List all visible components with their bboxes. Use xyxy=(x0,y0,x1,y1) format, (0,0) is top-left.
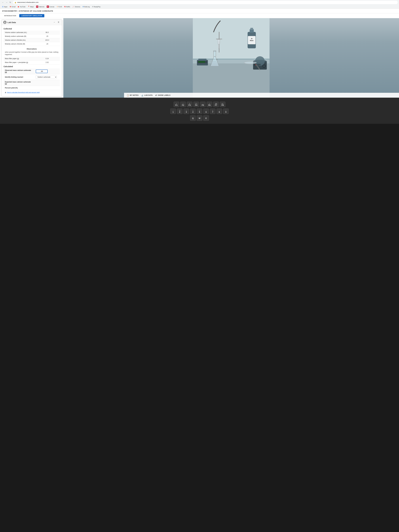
bookmark-youtube[interactable]: ▶ YouTube xyxy=(17,5,26,8)
refresh-button[interactable]: ↻ xyxy=(9,1,12,4)
bookmark-desmos-label: Desmos xyxy=(75,6,80,7)
bookmark-apps[interactable]: ⊞ Apps xyxy=(1,5,8,8)
row-label: Mass filter paper (g) xyxy=(4,57,34,61)
row-label: Volume calcium chloride (mL) xyxy=(4,38,34,42)
minimize-button[interactable]: − xyxy=(53,21,56,24)
tab-laboratory-simulation[interactable]: LABORATORY SIMULATION xyxy=(19,14,44,17)
valencia-icon: V xyxy=(36,6,38,8)
table-row: Molarity calcium chloride (M) .20 xyxy=(4,42,60,46)
readypay-icon: ⊙ xyxy=(92,6,93,7)
key-1[interactable]: ! 1 xyxy=(170,108,176,114)
bookmark-flvs[interactable]: ⊙ FLVS xyxy=(56,6,63,8)
key-e[interactable]: E xyxy=(203,115,209,121)
svg-point-1 xyxy=(4,22,6,23)
bookmarks-bar: ⊞ Apps M Gmail ▶ YouTube 📍 Maps V Valenc… xyxy=(0,5,399,9)
key-2[interactable]: @ 2 xyxy=(177,108,183,114)
observed-mass-input[interactable] xyxy=(36,70,48,73)
help-link[interactable]: ◆ How to calculate theoretical yield and… xyxy=(4,90,60,95)
table-row: Percent yield (%) xyxy=(4,86,60,90)
svg-text:Water: Water xyxy=(250,40,253,41)
key-9[interactable]: ( 9 xyxy=(223,108,229,114)
panel-header: Lab Data − X xyxy=(1,20,62,25)
calculated-section-label: Calculated xyxy=(4,65,60,68)
collected-table: Volume sodium carbonate (mL) 96.0 Molari… xyxy=(4,31,60,46)
help-link-icon: ◆ xyxy=(5,91,6,93)
key-f8[interactable]: ▶|| F8 xyxy=(220,101,226,108)
panel-header-left: Lab Data xyxy=(3,21,16,24)
lab-data-label: LAB DATA xyxy=(144,94,153,96)
observations-header: Observations xyxy=(4,47,60,51)
bookmark-canvas[interactable]: V Canvas xyxy=(46,5,55,8)
expected-mass-value xyxy=(34,80,60,86)
limiting-reactant-cell: Sodium carbonate Calcium chloride xyxy=(34,74,60,80)
netflix-icon: N xyxy=(64,6,66,8)
my-notes-label: MY NOTES xyxy=(130,94,139,96)
limiting-reactant-dropdown[interactable]: Sodium carbonate Calcium chloride xyxy=(36,75,57,79)
observations-text: when poured together it turned a little … xyxy=(4,51,60,57)
row-value: 2.02 xyxy=(34,61,60,64)
bookmark-netflix[interactable]: N Netflix xyxy=(63,5,71,8)
key-f2[interactable]: ☀ F2 xyxy=(180,101,186,108)
row-value: .20 xyxy=(34,34,60,38)
bookmark-gmail[interactable]: M Gmail xyxy=(9,5,17,8)
svg-point-26 xyxy=(263,65,265,67)
row-value: .20 xyxy=(34,42,60,46)
filter-paper-table: Mass filter paper (g) 0.24 Mass filter p… xyxy=(4,57,60,64)
lab-scene-svg: 200 xyxy=(63,18,399,98)
observed-mass-value-cell xyxy=(34,68,60,74)
bookmark-boldorg-label: Bold.org xyxy=(84,6,90,7)
key-q[interactable]: Q xyxy=(190,115,196,121)
main-layout: Lab Data − X Collected Volume sodium car… xyxy=(0,18,399,98)
bookmark-flvs-label: FLVS xyxy=(58,6,62,7)
bookmark-readypay[interactable]: ⊙ ReadyPay xyxy=(91,6,101,8)
bookmark-readypay-label: ReadyPay xyxy=(94,6,101,7)
table-row: Molarity sodium carbonate (M) .20 xyxy=(4,34,60,38)
bookmark-desmos[interactable]: 📈 Desmos xyxy=(71,6,81,8)
page-title: STOICHIOMETRY • SYNTHESIS OF CALCIUM CAR… xyxy=(2,10,53,12)
key-5[interactable]: % 5 xyxy=(196,108,203,114)
key-w[interactable]: W xyxy=(196,115,203,121)
key-f1[interactable]: ☀ F1 xyxy=(173,101,179,108)
key-f6[interactable]: ·☀ F6 xyxy=(207,101,212,108)
key-6[interactable]: ^ 6 xyxy=(203,108,209,114)
url-text: newconnect.mheducation.com xyxy=(17,1,38,3)
close-button[interactable]: X xyxy=(57,21,60,24)
lock-icon: 🔒 xyxy=(14,2,16,3)
flvs-icon: ⊙ xyxy=(57,6,58,7)
panel-body: Collected Volume sodium carbonate (mL) 9… xyxy=(1,25,62,96)
youtube-icon: ▶ xyxy=(18,6,19,8)
bookmark-valencia-label: Valencia xyxy=(39,6,44,7)
key-8[interactable]: * 8 xyxy=(216,108,222,114)
key-4[interactable]: $ 4 xyxy=(190,108,196,114)
show-labels-button[interactable]: 🏷 SHOW LABELS xyxy=(155,94,171,96)
key-f3[interactable]: ⊞ F3 xyxy=(187,101,192,108)
bookmark-boldorg[interactable]: ⊞ Bold.org xyxy=(82,6,91,8)
table-row: Mass filter paper (g) 0.24 xyxy=(4,57,60,61)
notes-icon: 📋 xyxy=(127,94,129,96)
boldorg-icon: ⊞ xyxy=(82,6,84,7)
bookmark-gmail-label: Gmail xyxy=(12,6,16,7)
svg-rect-37 xyxy=(198,61,205,63)
key-f7[interactable]: ◀◀ F7 xyxy=(213,101,219,108)
key-f4[interactable]: ⊟⊟ F4 xyxy=(193,101,199,108)
svg-rect-13 xyxy=(216,39,222,39)
canvas-icon: V xyxy=(47,6,49,8)
browser-toolbar: ← → ↻ 🔒 newconnect.mheducation.com xyxy=(0,0,399,5)
bookmark-valencia[interactable]: V Valencia xyxy=(35,5,45,8)
svg-point-8 xyxy=(213,51,216,52)
lab-visualization: 200 xyxy=(63,18,399,98)
bookmark-maps[interactable]: 📍 Maps xyxy=(27,6,35,8)
forward-button[interactable]: → xyxy=(5,1,8,4)
key-3[interactable]: # 3 xyxy=(184,108,189,114)
table-row: Mass filter paper + precipitate (g) 2.02 xyxy=(4,61,60,64)
back-button[interactable]: ← xyxy=(1,1,5,4)
tab-introduction[interactable]: INTRODUCTION xyxy=(2,14,18,17)
browser-chrome: ← → ↻ 🔒 newconnect.mheducation.com ⊞ App… xyxy=(0,0,399,9)
key-f5[interactable]: ··· F5 xyxy=(200,101,206,108)
lab-data-button[interactable]: 🔬 LAB DATA xyxy=(141,94,153,96)
key-7[interactable]: & 7 xyxy=(210,108,215,114)
desmos-icon: 📈 xyxy=(72,6,74,7)
address-bar[interactable]: 🔒 newconnect.mheducation.com xyxy=(13,1,398,4)
my-notes-button[interactable]: 📋 MY NOTES xyxy=(127,94,139,96)
limiting-reactant-label: Identify limiting reactant xyxy=(4,74,34,80)
